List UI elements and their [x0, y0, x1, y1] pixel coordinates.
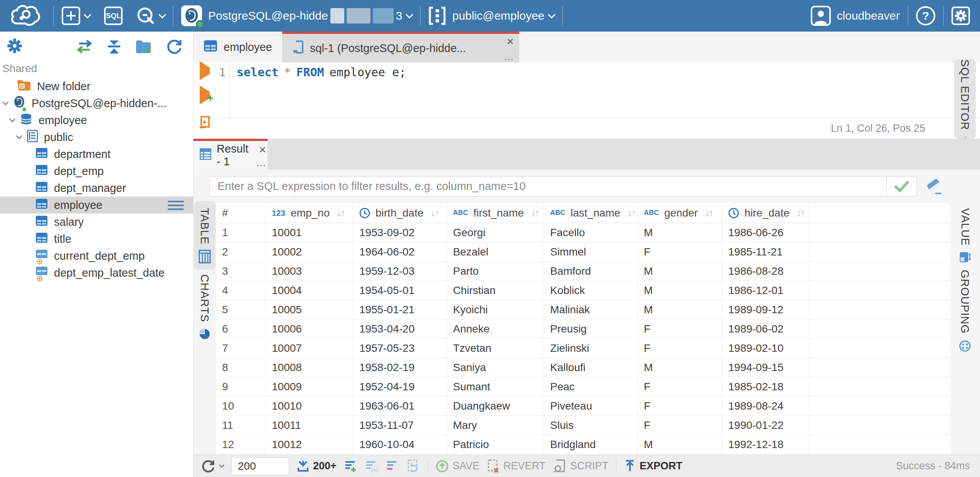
cell-gender[interactable]: M: [638, 435, 722, 454]
execute-script-button[interactable]: [199, 116, 210, 128]
cell-gender[interactable]: F: [638, 416, 722, 435]
filter-input[interactable]: [210, 177, 886, 196]
cell-birth-date[interactable]: 1963-06-01: [353, 396, 447, 415]
tree-item-table[interactable]: title: [0, 230, 193, 247]
cell-last-name[interactable]: Koblick: [544, 281, 638, 300]
export-button[interactable]: EXPORT: [624, 460, 682, 473]
cell-emp-no[interactable]: 10012: [266, 435, 353, 454]
tree-item-view[interactable]: current_dept_emp: [0, 247, 193, 264]
row-number-cell[interactable]: 8: [216, 358, 266, 377]
tab-sql-editor-panel[interactable]: SQL EDITOR: [954, 59, 976, 139]
sort-icon[interactable]: ↓↑: [337, 207, 344, 219]
sql-code-line[interactable]: select*FROMemployee e;: [230, 62, 406, 118]
cell-first-name[interactable]: Mary: [447, 416, 544, 435]
column-header-gender[interactable]: ABCgender↓↑: [638, 203, 722, 223]
table-row[interactable]: 12 10012 1960-10-04 Patricio Bridgland M…: [216, 435, 950, 454]
cell-last-name[interactable]: Kalloufi: [544, 358, 638, 377]
tab-sql-editor[interactable]: sql-1 (PostgreSQL@ep-hidde... ×…: [282, 32, 519, 62]
row-number-cell[interactable]: 12: [216, 435, 266, 454]
tree-item-view[interactable]: dept_emp_latest_date: [0, 264, 193, 281]
close-icon[interactable]: ×: [507, 35, 514, 47]
column-header-hire-date[interactable]: hire_date↓↑: [722, 203, 810, 223]
cell-gender[interactable]: M: [638, 358, 722, 377]
table-row[interactable]: 3 10003 1959-12-03 Parto Bamford M 1986-…: [216, 262, 950, 281]
collapse-all-icon[interactable]: [106, 39, 122, 54]
execute-query-button[interactable]: [200, 67, 210, 74]
cell-first-name[interactable]: Tzvetan: [447, 339, 544, 358]
fetch-size-input[interactable]: [231, 457, 289, 475]
tree-item-table[interactable]: dept_manager: [0, 180, 193, 197]
clear-filter-button[interactable]: [925, 178, 944, 195]
cell-first-name[interactable]: Georgi: [447, 223, 544, 242]
save-button[interactable]: SAVE: [436, 460, 480, 473]
table-row[interactable]: 8 10008 1958-02-19 Saniya Kalloufi M 199…: [216, 358, 950, 377]
tree-item-schema[interactable]: public: [0, 129, 193, 146]
cell-birth-date[interactable]: 1957-05-23: [353, 339, 447, 358]
cell-birth-date[interactable]: 1954-05-01: [353, 281, 447, 300]
connection-selector[interactable]: PostgreSQL@ep-hidde 3: [181, 5, 412, 26]
cell-hire-date[interactable]: 1989-08-24: [722, 396, 810, 415]
user-menu[interactable]: cloudbeaver: [811, 6, 900, 26]
cell-hire-date[interactable]: 1989-09-12: [722, 300, 810, 319]
tree-item-table[interactable]: department: [0, 146, 193, 163]
cell-birth-date[interactable]: 1953-11-07: [353, 416, 447, 435]
cell-emp-no[interactable]: 10009: [266, 377, 353, 396]
table-row[interactable]: 6 10006 1953-04-20 Anneke Preusig F 1989…: [216, 319, 950, 339]
cell-emp-no[interactable]: 10003: [266, 262, 353, 280]
cell-gender[interactable]: F: [638, 339, 722, 358]
row-number-cell[interactable]: 4: [216, 281, 266, 300]
tree-item-table[interactable]: dept_emp: [0, 163, 193, 180]
cell-last-name[interactable]: Bamford: [544, 262, 638, 280]
tab-value-panel[interactable]: VALUE: [955, 206, 976, 266]
column-header-first-name[interactable]: ABCfirst_name↓↑: [447, 203, 544, 223]
cell-gender[interactable]: M: [638, 281, 722, 300]
cell-first-name[interactable]: Parto: [447, 262, 544, 280]
cell-hire-date[interactable]: 1985-11-21: [722, 242, 810, 261]
cell-emp-no[interactable]: 10007: [266, 339, 353, 358]
row-number-cell[interactable]: 7: [216, 339, 266, 358]
tab-result-1[interactable]: Result - 1 ×…: [194, 139, 268, 170]
cell-hire-date[interactable]: 1989-06-02: [722, 319, 810, 338]
cell-hire-date[interactable]: 1985-02-18: [722, 377, 810, 396]
column-header-last-name[interactable]: ABClast_name↓↑: [544, 203, 638, 223]
table-row[interactable]: 9 10009 1952-04-19 Sumant Peac F 1985-02…: [216, 377, 950, 396]
cell-hire-date[interactable]: 1986-08-28: [722, 262, 810, 280]
cell-emp-no[interactable]: 10010: [266, 396, 353, 415]
cell-last-name[interactable]: Maliniak: [544, 300, 638, 319]
table-row[interactable]: 1 10001 1953-09-02 Georgi Facello M 1986…: [216, 223, 950, 242]
cell-first-name[interactable]: Sumant: [447, 377, 544, 396]
tab-grouping-panel[interactable]: GROUPING: [954, 265, 976, 356]
row-number-cell[interactable]: 11: [216, 416, 266, 435]
close-icon[interactable]: ×: [259, 144, 266, 155]
chevron-down-icon[interactable]: [84, 11, 91, 18]
navigator-settings-icon[interactable]: [7, 38, 22, 55]
row-number-cell[interactable]: 2: [216, 242, 266, 261]
cell-birth-date[interactable]: 1952-04-19: [353, 377, 447, 396]
driver-manager-button[interactable]: [136, 7, 165, 25]
cell-birth-date[interactable]: 1953-04-20: [353, 319, 447, 338]
chevron-down-icon[interactable]: [16, 133, 23, 139]
help-button[interactable]: ?: [916, 6, 935, 25]
revert-button[interactable]: REVERT: [487, 459, 546, 473]
cell-birth-date[interactable]: 1955-01-21: [353, 300, 447, 319]
tree-item-database[interactable]: employee: [0, 112, 193, 129]
cell-gender[interactable]: F: [638, 242, 722, 261]
cell-emp-no[interactable]: 10011: [266, 416, 353, 435]
chevron-down-icon[interactable]: [9, 116, 16, 123]
cell-first-name[interactable]: Anneke: [447, 319, 544, 338]
script-button[interactable]: SCRIPT: [553, 459, 608, 473]
cell-gender[interactable]: F: [638, 319, 722, 338]
cell-gender[interactable]: M: [638, 300, 722, 319]
duplicate-row-button[interactable]: (+): [365, 460, 378, 473]
column-header-emp-no[interactable]: 123emp_no↓↑: [266, 203, 353, 223]
sort-icon[interactable]: ↓↑: [627, 207, 635, 219]
row-number-cell[interactable]: 5: [216, 300, 266, 319]
chevron-down-icon[interactable]: [2, 99, 9, 106]
sort-icon[interactable]: ↓↑: [431, 207, 438, 219]
row-number-cell[interactable]: 6: [216, 319, 266, 338]
add-row-button[interactable]: [344, 460, 357, 473]
settings-button[interactable]: [951, 7, 970, 25]
cell-first-name[interactable]: Kyoichi: [447, 300, 544, 319]
tree-item-connection[interactable]: PostgreSQL@ep-hidden-...: [0, 95, 193, 112]
cell-hire-date[interactable]: 1994-09-15: [722, 358, 810, 377]
